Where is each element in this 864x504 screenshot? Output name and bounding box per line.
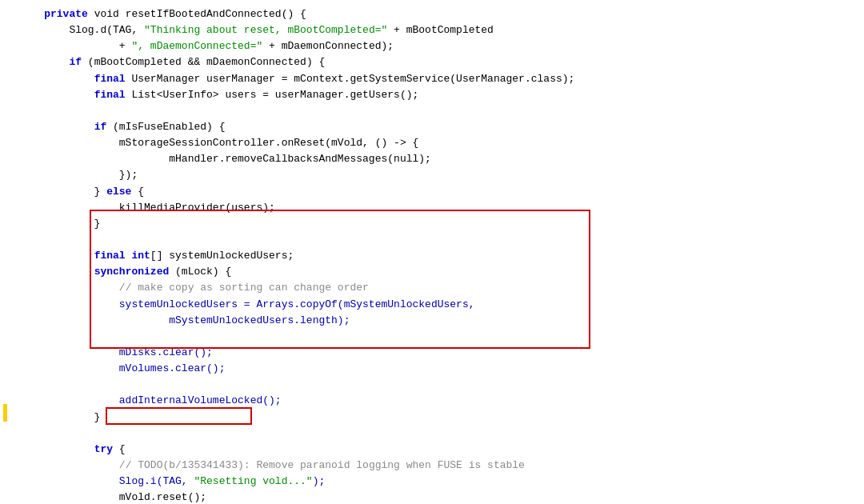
code-line: final int[] systemUnlockedUsers; — [16, 248, 864, 264]
code-line — [16, 377, 864, 393]
code-line: } — [16, 410, 864, 426]
code-line — [16, 103, 864, 119]
yellow-margin-bar — [3, 404, 7, 422]
code-line: } else { — [16, 184, 864, 200]
code-line: mDisks.clear(); — [16, 345, 864, 361]
code-line: if (mBootCompleted && mDaemonConnected) … — [16, 54, 864, 70]
code-line: systemUnlockedUsers = Arrays.copyOf(mSys… — [16, 297, 864, 313]
code-line: final List<UserInfo> users = userManager… — [16, 87, 864, 103]
code-line: try { — [16, 442, 864, 458]
code-line: if (mIsFuseEnabled) { — [16, 119, 864, 135]
code-line: private void resetIfBootedAndConnected()… — [16, 6, 864, 22]
code-line: // make copy as sorting can change order — [16, 280, 864, 296]
code-line: killMediaProvider(users); — [16, 200, 864, 216]
code-line: Slog.d(TAG, "Thinking about reset, mBoot… — [16, 22, 864, 38]
code-line: final UserManager userManager = mContext… — [16, 71, 864, 87]
code-line — [16, 232, 864, 248]
code-line-mvold-reset: mVold.reset(); — [16, 490, 864, 504]
code-line: // TODO(b/135341433): Remove paranoid lo… — [16, 458, 864, 474]
code-line — [16, 329, 864, 345]
code-line: addInternalVolumeLocked(); — [16, 393, 864, 409]
code-line: + ", mDaemonConnected=" + mDaemonConnect… — [16, 38, 864, 54]
code-line: mHandler.removeCallbacksAndMessages(null… — [16, 151, 864, 167]
code-line: }); — [16, 167, 864, 183]
code-line: mVolumes.clear(); — [16, 361, 864, 377]
code-line: Slog.i(TAG, "Resetting vold..."); — [16, 474, 864, 490]
code-line — [16, 426, 864, 442]
code-line: mSystemUnlockedUsers.length); — [16, 313, 864, 329]
code-line: synchronized (mLock) { — [16, 264, 864, 280]
code-viewer: private void resetIfBootedAndConnected()… — [0, 0, 864, 504]
code-line: } — [16, 216, 864, 232]
code-line: mStorageSessionController.onReset(mVold,… — [16, 135, 864, 151]
